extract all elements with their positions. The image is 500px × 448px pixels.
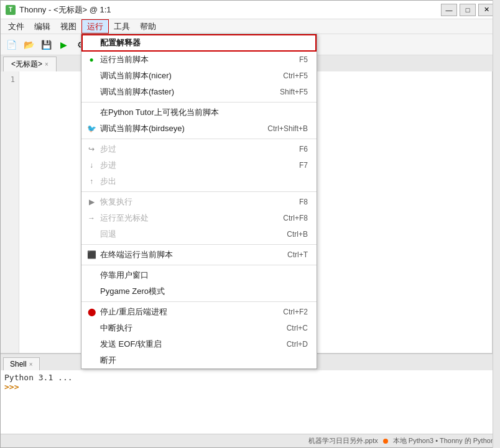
debug-nicer-label: 调试当前脚本(nicer) — [100, 70, 172, 81]
stop-icon: ⬤ — [86, 307, 96, 317]
run-button[interactable]: ▶ — [55, 37, 72, 53]
resume-shortcut: F8 — [299, 198, 308, 206]
debug-birdseye-label: 调试当前脚本(birdseye) — [100, 123, 185, 134]
new-file-button[interactable]: 📄 — [3, 37, 19, 53]
menu-help[interactable]: 帮助 — [135, 19, 161, 34]
step-over-icon: ↪ — [86, 144, 96, 154]
menu-edit[interactable]: 编辑 — [29, 19, 55, 34]
run-dropdown-menu: 配置解释器 ● 运行当前脚本 F5 调试当前脚本(nicer) Ctrl+F5 … — [81, 34, 317, 369]
window-title: Thonny - <无标题> @ 1:1 — [19, 4, 111, 16]
resume-label: 恢复执行 — [100, 196, 132, 208]
menu-item-run-to-cursor: → 运行至光标处 Ctrl+F8 — [81, 210, 317, 226]
config-interpreter-label: 配置解释器 — [100, 37, 141, 48]
step-out-label: 步出 — [100, 176, 116, 187]
run-to-cursor-label: 运行至光标处 — [100, 213, 149, 224]
back-shortcut: Ctrl+B — [287, 230, 308, 239]
minimize-button[interactable]: — — [441, 4, 457, 16]
step-over-shortcut: F6 — [299, 145, 308, 153]
status-text: 本地 Python3 • Thonny 的 Python — [393, 436, 494, 446]
shell-content[interactable]: Python 3.1 ... >>> — [1, 370, 499, 434]
run-to-cursor-shortcut: Ctrl+F8 — [283, 214, 308, 222]
send-eof-shortcut: Ctrl+D — [287, 340, 308, 349]
editor-tab-close[interactable]: × — [45, 61, 49, 68]
app-icon: T — [6, 5, 16, 15]
menu-item-run-script[interactable]: ● 运行当前脚本 F5 — [81, 52, 317, 68]
menu-item-step-over: ↪ 步过 F6 — [81, 141, 317, 157]
send-eof-label: 发送 EOF/软重启 — [100, 339, 162, 350]
window-controls: — □ ✕ — [441, 4, 494, 16]
menu-item-dock-window[interactable]: 停靠用户窗口 — [81, 267, 317, 283]
debug-birdseye-shortcut: Ctrl+Shift+B — [267, 124, 308, 133]
pygame-zero-label: Pygame Zero模式 — [100, 286, 165, 297]
run-in-terminal-label: 在终端运行当前脚本 — [100, 249, 173, 260]
terminal-icon: ⬛ — [86, 250, 96, 260]
debug-faster-shortcut: Shift+F5 — [280, 88, 308, 96]
interrupt-shortcut: Ctrl+C — [287, 324, 308, 332]
shell-scrollbar[interactable] — [493, 370, 499, 434]
stop-restart-shortcut: Ctrl+F2 — [283, 308, 308, 316]
line-number-1: 1 — [1, 74, 19, 85]
interrupt-label: 中断执行 — [100, 322, 132, 334]
line-numbers: 1 — [1, 71, 19, 353]
run-script-shortcut: F5 — [299, 55, 308, 64]
step-over-label: 步过 — [100, 144, 116, 155]
shell-tab-close[interactable]: × — [29, 361, 33, 368]
menu-item-step-into: ↓ 步进 F7 — [81, 157, 317, 173]
debug-faster-label: 调试当前脚本(faster) — [100, 86, 174, 98]
menu-item-pygame-zero[interactable]: Pygame Zero模式 — [81, 283, 317, 299]
title-bar: T Thonny - <无标题> @ 1:1 — □ ✕ — [1, 1, 499, 19]
step-into-label: 步进 — [100, 160, 116, 171]
maximize-button[interactable]: □ — [460, 4, 476, 16]
dock-window-label: 停靠用户窗口 — [100, 270, 149, 281]
resume-icon: ▶ — [86, 197, 96, 207]
separator-1 — [81, 102, 317, 103]
back-label: 回退 — [100, 229, 116, 240]
title-bar-left: T Thonny - <无标题> @ 1:1 — [6, 4, 111, 16]
menu-bar: 文件 编辑 视图 运行 工具 帮助 — [1, 19, 499, 34]
status-file: 机器学习日日另外.pptx — [308, 436, 378, 446]
shell-tab[interactable]: Shell × — [3, 357, 40, 370]
editor-tab-label: <无标题> — [11, 59, 42, 70]
save-file-button[interactable]: 💾 — [38, 37, 54, 53]
menu-item-resume: ▶ 恢复执行 F8 — [81, 194, 317, 210]
run-to-cursor-icon: → — [86, 213, 96, 223]
menu-run[interactable]: 运行 — [81, 19, 109, 34]
step-out-icon: ↑ — [86, 176, 96, 186]
menu-item-debug-birdseye[interactable]: 🐦 调试当前脚本(birdseye) Ctrl+Shift+B — [81, 121, 317, 137]
menu-file[interactable]: 文件 — [3, 19, 29, 34]
menu-item-interrupt[interactable]: 中断执行 Ctrl+C — [81, 320, 317, 336]
menu-item-python-tutor[interactable]: 在Python Tutor上可视化当前脚本 — [81, 104, 317, 121]
shell-tab-label: Shell — [10, 360, 27, 368]
editor-tab-untitled[interactable]: <无标题> × — [3, 57, 57, 71]
stop-restart-label: 停止/重启后端进程 — [100, 306, 167, 318]
separator-4 — [81, 244, 317, 245]
separator-5 — [81, 265, 317, 265]
step-into-shortcut: F7 — [299, 161, 308, 170]
step-into-icon: ↓ — [86, 160, 96, 170]
separator-2 — [81, 139, 317, 139]
open-file-button[interactable]: 📂 — [21, 37, 37, 53]
separator-3 — [81, 191, 317, 192]
run-script-label: 运行当前脚本 — [100, 54, 149, 65]
menu-item-back: 回退 Ctrl+B — [81, 226, 317, 242]
run-icon: ● — [86, 55, 96, 65]
separator-6 — [81, 301, 317, 302]
status-bar: 机器学习日日另外.pptx 本地 Python3 • Thonny 的 Pyth… — [1, 434, 499, 447]
menu-view[interactable]: 视图 — [55, 19, 81, 34]
menu-item-stop-restart[interactable]: ⬤ 停止/重启后端进程 Ctrl+F2 — [81, 304, 317, 320]
status-dot — [383, 439, 388, 444]
debug-nicer-shortcut: Ctrl+F5 — [283, 71, 308, 80]
shell-python-version: Python 3.1 ... — [4, 373, 496, 382]
menu-item-config-interpreter[interactable]: 配置解释器 — [81, 34, 317, 52]
menu-item-run-in-terminal[interactable]: ⬛ 在终端运行当前脚本 Ctrl+T — [81, 247, 317, 263]
menu-item-debug-nicer[interactable]: 调试当前脚本(nicer) Ctrl+F5 — [81, 68, 317, 84]
python-tutor-label: 在Python Tutor上可视化当前脚本 — [100, 107, 219, 118]
disconnect-label: 断开 — [100, 355, 116, 366]
birdseye-icon: 🐦 — [86, 124, 96, 134]
menu-item-disconnect[interactable]: 断开 — [81, 352, 317, 368]
menu-item-debug-faster[interactable]: 调试当前脚本(faster) Shift+F5 — [81, 84, 317, 100]
run-in-terminal-shortcut: Ctrl+T — [287, 250, 308, 259]
menu-tools[interactable]: 工具 — [109, 19, 135, 34]
menu-item-send-eof[interactable]: 发送 EOF/软重启 Ctrl+D — [81, 336, 317, 352]
menu-item-step-out: ↑ 步出 — [81, 173, 317, 190]
